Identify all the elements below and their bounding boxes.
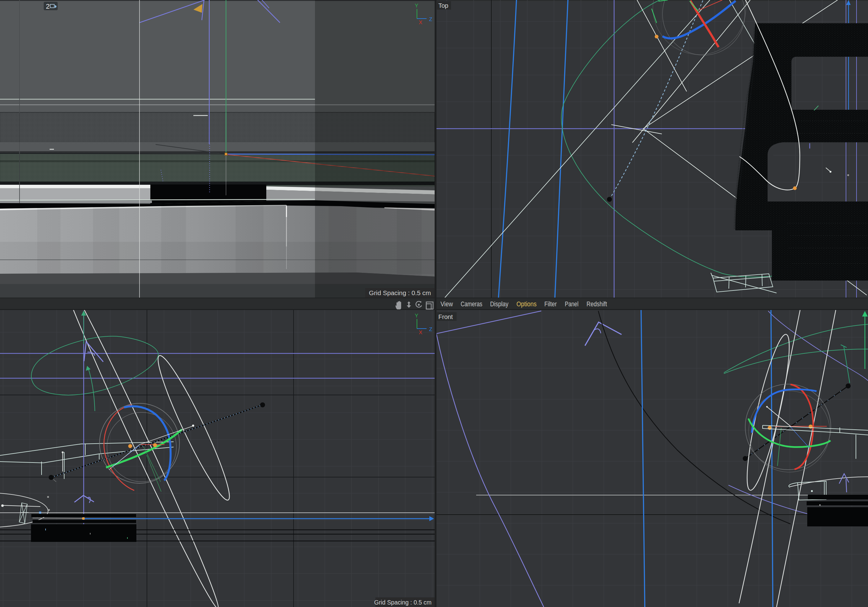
svg-text:Y: Y [415, 3, 418, 9]
svg-text:Options: Options [516, 300, 536, 308]
svg-text:Cameras: Cameras [461, 300, 482, 308]
svg-text:X: X [419, 330, 422, 335]
svg-text:View: View [440, 300, 453, 308]
svg-text:Redshift: Redshift [586, 300, 607, 308]
svg-text:Grid Spacing : 0.5 cm: Grid Spacing : 0.5 cm [369, 290, 431, 296]
svg-text:2: 2 [46, 3, 50, 10]
svg-text:X: X [419, 20, 422, 25]
svg-text:Z: Z [429, 327, 432, 332]
svg-text:Y: Y [415, 313, 418, 319]
svg-text:Panel: Panel [565, 300, 578, 308]
svg-text:Front: Front [438, 313, 453, 320]
svg-text:Filter: Filter [544, 300, 557, 308]
svg-text:Grid Spacing : 0.5 cm: Grid Spacing : 0.5 cm [374, 599, 431, 606]
svg-text:Z: Z [429, 16, 432, 22]
svg-text:Display: Display [490, 300, 508, 308]
svg-text:Top: Top [438, 2, 448, 9]
